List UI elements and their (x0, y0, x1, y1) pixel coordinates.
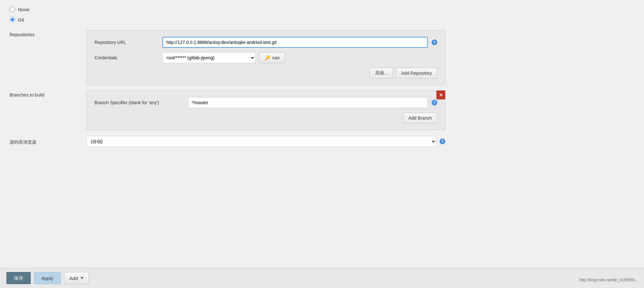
branches-section: Branches to build ✕ Branch Specifier (bl… (10, 90, 634, 130)
advanced-button[interactable]: 高级... (370, 68, 393, 79)
source-browser-label: 源码库浏览器 (10, 138, 87, 145)
branch-specifier-row: Branch Specifier (blank for 'any') ? (95, 97, 437, 108)
radio-git-item[interactable]: Git (10, 17, 634, 22)
bottom-bar: 保存 Apply Add (0, 268, 644, 288)
source-browser-row: (自动) ? (87, 136, 445, 147)
add-repository-button[interactable]: Add Repository (396, 68, 437, 79)
source-browser-content: (自动) ? (87, 136, 445, 147)
repo-url-input[interactable] (162, 37, 428, 48)
chevron-down-icon (80, 277, 84, 279)
repositories-label: Repositories (10, 30, 87, 37)
key-icon: 🔑 (265, 55, 270, 60)
radio-git[interactable] (10, 17, 15, 22)
scm-radio-group: None Git (10, 6, 634, 22)
repo-url-help-icon[interactable]: ? (432, 39, 437, 45)
add-repository-label: Add Repository (401, 71, 432, 76)
add-credentials-label: Add (272, 55, 279, 60)
repositories-section: Repositories Repository URL ? Credential… (10, 30, 634, 85)
repositories-content: Repository URL ? Credentials root/******… (87, 30, 445, 85)
x-btn-wrapper: ✕ (436, 90, 445, 99)
radio-none-item[interactable]: None (10, 6, 634, 12)
branch-specifier-input[interactable] (188, 97, 428, 108)
repositories-panel: Repository URL ? Credentials root/******… (87, 30, 445, 85)
credentials-label: Credentials (95, 55, 159, 60)
add-dropdown-label: Add (70, 275, 78, 281)
branches-label: Branches to build (10, 90, 87, 97)
apply-label: Apply (41, 275, 54, 281)
branches-content: ✕ Branch Specifier (blank for 'any') ? A… (87, 90, 445, 130)
apply-button[interactable]: Apply (34, 272, 61, 284)
branch-specifier-help-icon[interactable]: ? (432, 100, 437, 106)
source-browser-select[interactable]: (自动) (87, 136, 436, 147)
add-branch-button[interactable]: Add Branch (403, 113, 437, 123)
add-credentials-button[interactable]: 🔑 Add (259, 52, 285, 63)
branches-panel-actions: Add Branch (95, 113, 437, 123)
source-browser-help-icon[interactable]: ? (440, 139, 445, 144)
save-button[interactable]: 保存 (6, 272, 31, 284)
add-branch-label: Add Branch (409, 115, 432, 121)
branches-panel: ✕ Branch Specifier (blank for 'any') ? A… (87, 90, 445, 130)
radio-git-label: Git (18, 17, 24, 22)
remove-branch-button[interactable]: ✕ (436, 90, 445, 99)
add-dropdown-button[interactable]: Add (64, 272, 89, 284)
repo-url-label: Repository URL (95, 40, 159, 45)
source-browser-section: 源码库浏览器 (自动) ? (10, 136, 634, 147)
x-icon: ✕ (439, 93, 443, 97)
repositories-panel-actions: 高级... Add Repository (95, 68, 437, 79)
radio-none[interactable] (10, 6, 15, 12)
advanced-label: 高级... (375, 70, 388, 76)
save-label: 保存 (14, 275, 23, 281)
repo-url-row: Repository URL ? (95, 37, 437, 48)
main-container: None Git Repositories Repository URL ? C… (0, 0, 644, 288)
branch-specifier-label: Branch Specifier (blank for 'any') (95, 100, 184, 105)
radio-none-label: None (18, 7, 29, 12)
watermark: http://blog.csdn.net/qh_3160559... (580, 278, 638, 282)
credentials-row: Credentials root/****** (gitlab-jipeng) … (95, 52, 437, 63)
credentials-select[interactable]: root/****** (gitlab-jipeng) (162, 52, 255, 63)
